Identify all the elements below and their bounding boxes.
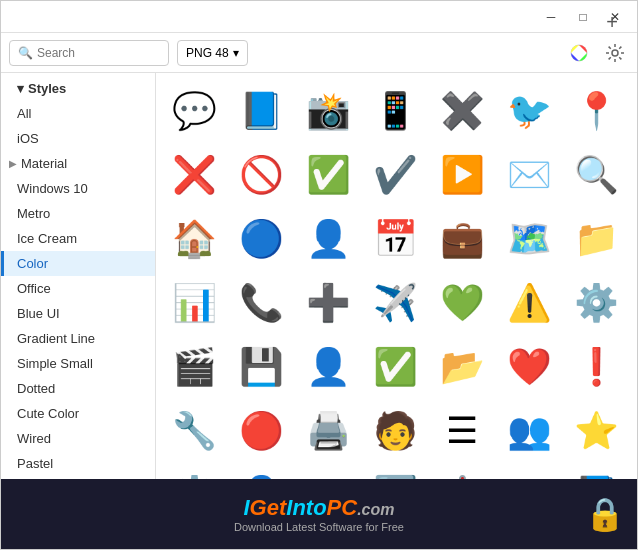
icon-cell-facebook[interactable]: 📘 (231, 81, 291, 141)
sidebar-header-styles: ▾ Styles (1, 73, 155, 101)
icon-cell-check2[interactable]: ✅ (365, 337, 425, 397)
icon-cell-twitter2[interactable]: 🐦 (499, 465, 559, 479)
icon-cell-twitter[interactable]: 🐦 (499, 81, 559, 141)
icon-cell-person[interactable]: 👤 (298, 337, 358, 397)
icon-cell-info[interactable]: ℹ️ (365, 465, 425, 479)
chevron-down-icon: ▾ (233, 46, 239, 60)
sidebar-item-gradient-line[interactable]: Gradient Line (1, 326, 155, 351)
icon-cell-checkmark-green[interactable]: ✅ (298, 145, 358, 205)
sidebar-item-all[interactable]: All (1, 101, 155, 126)
icon-cell-line[interactable]: 💚 (432, 273, 492, 333)
icon-cell-calendar[interactable]: 📅 (365, 209, 425, 269)
app-window: ─ □ ✕ 🔍 PNG 48 ▾ (0, 0, 638, 550)
icon-cell-linkedin[interactable]: 💼 (432, 209, 492, 269)
format-selector[interactable]: PNG 48 ▾ (177, 40, 248, 66)
sidebar-item-cute-color[interactable]: Cute Color (1, 401, 155, 426)
icon-cell-google[interactable]: 🔵 (231, 209, 291, 269)
sidebar-item-wired[interactable]: Wired (1, 426, 155, 451)
icon-grid: 💬📘📸📱✖️🐦📍❌🚫✅✔️▶️✉️🔍🏠🔵👤📅💼🗺️📁📊📞➕✈️💚⚠️⚙️🎬💾👤✅… (164, 81, 629, 479)
sidebar-item-windows10[interactable]: Windows 10 (1, 176, 155, 201)
icon-cell-gear2[interactable]: ⚙️ (164, 465, 224, 479)
icon-cell-no[interactable]: 🚫 (231, 145, 291, 205)
settings-button[interactable] (601, 39, 629, 67)
sidebar-item-ice-cream[interactable]: Ice Cream (1, 226, 155, 251)
collapse-arrow: ▾ (17, 81, 24, 96)
banner-tagline: Download Latest Software for Free (234, 521, 404, 533)
icon-cell-youtube-red[interactable]: 🎬 (164, 337, 224, 397)
minimize-button[interactable]: ─ (537, 7, 565, 27)
icon-cell-home[interactable]: 🏠 (164, 209, 224, 269)
sidebar-item-color[interactable]: Color (1, 251, 155, 276)
sidebar-item-ios[interactable]: iOS (1, 126, 155, 151)
sidebar-item-simple-small[interactable]: Simple Small (1, 351, 155, 376)
sidebar-item-metro[interactable]: Metro (1, 201, 155, 226)
icon-cell-settings[interactable]: ⚙️ (566, 273, 626, 333)
arrow-icon: ▶ (9, 158, 17, 169)
icon-cell-heart[interactable]: ❤️ (499, 337, 559, 397)
icon-cell-close[interactable]: ✖️ (432, 81, 492, 141)
icon-cell-youtube[interactable]: ▶️ (432, 145, 492, 205)
icon-cell-person2[interactable]: 🧑 (365, 401, 425, 461)
icon-cell-tools[interactable]: 🔧 (164, 401, 224, 461)
icon-cell-power[interactable]: 🔴 (231, 401, 291, 461)
icon-cell-word[interactable]: 📘 (566, 465, 626, 479)
icon-cell-avatar[interactable]: 👤 (231, 465, 291, 479)
icon-cell-star[interactable]: ⭐ (566, 401, 626, 461)
sidebar-item-pastel[interactable]: Pastel (1, 451, 155, 476)
sidebar-item-office[interactable]: Office (1, 276, 155, 301)
toolbar-right: + (565, 39, 629, 67)
icon-cell-gmail[interactable]: ✉️ (499, 145, 559, 205)
icon-cell-excel[interactable]: 📊 (164, 273, 224, 333)
format-label: PNG 48 (186, 46, 229, 60)
lock-icon: 🔒 (585, 495, 625, 533)
icon-cell-user[interactable]: 👤 (298, 209, 358, 269)
icon-cell-chat[interactable]: 💬 (164, 81, 224, 141)
icon-cell-check-green[interactable]: ✔️ (365, 145, 425, 205)
icon-cell-folder-open[interactable]: 📂 (432, 337, 492, 397)
icon-cell-error-red[interactable]: ❌ (164, 145, 224, 205)
search-input[interactable] (37, 46, 160, 60)
icon-cell-save[interactable]: 💾 (231, 337, 291, 397)
bottom-banner: IGetIntoPC.com Download Latest Software … (1, 479, 637, 549)
icon-cell-location[interactable]: 📍 (566, 81, 626, 141)
icon-cell-warning[interactable]: ⚠️ (499, 273, 559, 333)
icon-cell-maps[interactable]: 🗺️ (499, 209, 559, 269)
icon-cell-instagram[interactable]: 📸 (298, 81, 358, 141)
styles-label: Styles (28, 81, 66, 96)
sidebar: ▾ Styles All iOS ▶ Material Windows 10 M… (1, 73, 156, 479)
settings-icon (606, 44, 624, 62)
svg-point-2 (612, 50, 618, 56)
toolbar: 🔍 PNG 48 ▾ (1, 33, 637, 73)
title-bar: ─ □ ✕ (1, 1, 637, 33)
color-wheel-icon (570, 44, 588, 62)
icon-cell-add-green[interactable]: ➕ (298, 273, 358, 333)
search-box[interactable]: 🔍 (9, 40, 169, 66)
svg-point-1 (576, 50, 582, 56)
add-button[interactable]: + (598, 8, 626, 36)
icon-cell-telegram[interactable]: ✈️ (365, 273, 425, 333)
icon-grid-container: 💬📘📸📱✖️🐦📍❌🚫✅✔️▶️✉️🔍🏠🔵👤📅💼🗺️📁📊📞➕✈️💚⚠️⚙️🎬💾👤✅… (156, 73, 637, 479)
sidebar-item-dotted[interactable]: Dotted (1, 376, 155, 401)
banner-site-name: IGetIntoPC.com (234, 495, 404, 521)
icon-cell-uk-flag[interactable]: 🇬🇧 (298, 465, 358, 479)
icon-cell-android[interactable]: 🤖 (432, 465, 492, 479)
icon-cell-whatsapp[interactable]: 📱 (365, 81, 425, 141)
icon-cell-phone[interactable]: 📞 (231, 273, 291, 333)
sidebar-item-material[interactable]: ▶ Material (1, 151, 155, 176)
color-wheel-button[interactable] (565, 39, 593, 67)
main-content: ▾ Styles All iOS ▶ Material Windows 10 M… (1, 73, 637, 479)
icon-cell-folder[interactable]: 📁 (566, 209, 626, 269)
maximize-button[interactable]: □ (569, 7, 597, 27)
icon-cell-printer[interactable]: 🖨️ (298, 401, 358, 461)
icon-cell-search[interactable]: 🔍 (566, 145, 626, 205)
icon-cell-exclamation[interactable]: ❗ (566, 337, 626, 397)
sidebar-item-blue-ui[interactable]: Blue UI (1, 301, 155, 326)
icon-cell-menu[interactable]: ☰ (432, 401, 492, 461)
search-icon: 🔍 (18, 46, 33, 60)
icon-cell-group[interactable]: 👥 (499, 401, 559, 461)
